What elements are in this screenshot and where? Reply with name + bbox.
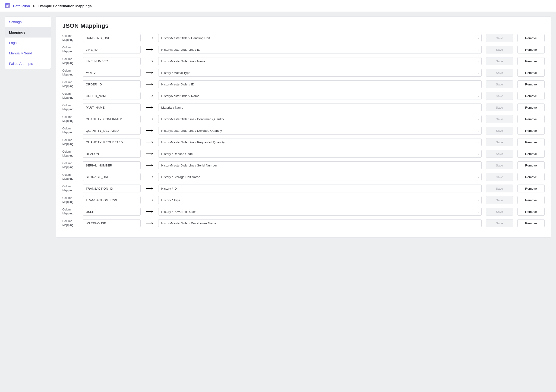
arrow-right-icon: ⟶ — [145, 93, 154, 99]
save-button[interactable]: Save — [486, 57, 513, 65]
save-button[interactable]: Save — [486, 138, 513, 146]
remove-button[interactable]: Remove — [517, 208, 545, 216]
remove-button[interactable]: Remove — [517, 69, 545, 77]
sidebar-item-mappings[interactable]: Mappings — [5, 27, 51, 38]
target-select[interactable]: HistoryMasterOrder / Handling Unit — [158, 34, 482, 42]
column-input[interactable] — [83, 173, 141, 181]
column-input[interactable] — [83, 161, 141, 169]
column-input[interactable] — [83, 138, 141, 146]
remove-button[interactable]: Remove — [517, 34, 545, 42]
target-select[interactable]: Material / Name — [158, 104, 482, 111]
remove-button[interactable]: Remove — [517, 138, 545, 146]
save-button[interactable]: Save — [486, 161, 513, 169]
column-input[interactable] — [83, 127, 141, 135]
target-select-wrap: History / ID⌄ — [158, 185, 482, 192]
target-select[interactable]: HistoryMasterOrder / ID — [158, 80, 482, 88]
save-button[interactable]: Save — [486, 80, 513, 88]
save-button[interactable]: Save — [486, 150, 513, 158]
column-input[interactable] — [83, 80, 141, 88]
row-label: Column Mapping: — [62, 185, 78, 192]
remove-button[interactable]: Remove — [517, 104, 545, 111]
column-input[interactable] — [83, 57, 141, 65]
target-select[interactable]: HistoryMasterOrderLine / Deviated Quanti… — [158, 127, 482, 135]
save-button[interactable]: Save — [486, 115, 513, 123]
column-input[interactable] — [83, 196, 141, 204]
remove-button[interactable]: Remove — [517, 185, 545, 192]
target-select[interactable]: History / Type — [158, 196, 482, 204]
remove-button[interactable]: Remove — [517, 92, 545, 100]
column-input[interactable] — [83, 92, 141, 100]
target-select[interactable]: HistoryMasterOrderLine / Requested Quant… — [158, 138, 482, 146]
remove-button[interactable]: Remove — [517, 46, 545, 53]
breadcrumb-current: Example Confirmation Mappings — [38, 4, 92, 8]
mapping-row: Column Mapping:⟶HistoryMasterOrderLine /… — [62, 161, 545, 169]
save-button[interactable]: Save — [486, 34, 513, 42]
row-label: Column Mapping: — [62, 104, 78, 111]
target-select[interactable]: History / Reason Code — [158, 150, 482, 158]
target-select[interactable]: History / PowerPick User — [158, 208, 482, 216]
remove-button[interactable]: Remove — [517, 80, 545, 88]
column-input[interactable] — [83, 219, 141, 227]
save-button[interactable]: Save — [486, 46, 513, 53]
column-input[interactable] — [83, 69, 141, 77]
sidebar-item-logs[interactable]: Logs — [5, 38, 51, 48]
mapping-row: Column Mapping:⟶Material / Name⌄SaveRemo… — [62, 104, 545, 111]
target-select-wrap: History / PowerPick User⌄ — [158, 208, 482, 216]
arrow-right-icon: ⟶ — [145, 46, 154, 53]
save-button[interactable]: Save — [486, 208, 513, 216]
target-select-wrap: HistoryMasterOrderLine / Serial Number⌄ — [158, 161, 482, 169]
column-input[interactable] — [83, 208, 141, 216]
remove-button[interactable]: Remove — [517, 115, 545, 123]
remove-button[interactable]: Remove — [517, 127, 545, 135]
sidebar-item-manually-send[interactable]: Manually Send — [5, 48, 51, 58]
mapping-row: Column Mapping:⟶History / Type⌄SaveRemov… — [62, 196, 545, 204]
target-select[interactable]: HistoryMasterOrderLine / ID — [158, 46, 482, 53]
target-select[interactable]: HistoryMasterOrder / Name — [158, 92, 482, 100]
row-label: Column Mapping: — [62, 92, 78, 100]
column-input[interactable] — [83, 104, 141, 111]
column-input[interactable] — [83, 46, 141, 53]
target-select[interactable]: HistoryMasterOrderLine / Serial Number — [158, 161, 482, 169]
row-label: Column Mapping: — [62, 34, 78, 42]
target-select[interactable]: History / Motive Type — [158, 69, 482, 77]
save-button[interactable]: Save — [486, 127, 513, 135]
breadcrumb: Data Push > Example Confirmation Mapping… — [13, 4, 92, 8]
sidebar-item-failed-attempts[interactable]: Failed Attempts — [5, 58, 51, 69]
app-icon — [5, 3, 10, 8]
save-button[interactable]: Save — [486, 69, 513, 77]
remove-button[interactable]: Remove — [517, 219, 545, 227]
breadcrumb-separator: > — [33, 4, 35, 8]
target-select[interactable]: HistoryMasterOrder / Warehouse Name — [158, 219, 482, 227]
sidebar-item-settings[interactable]: Settings — [5, 17, 51, 27]
column-input[interactable] — [83, 115, 141, 123]
layout: SettingsMappingsLogsManually SendFailed … — [0, 12, 556, 242]
arrow-right-icon: ⟶ — [145, 151, 154, 157]
svg-rect-3 — [8, 6, 9, 7]
remove-button[interactable]: Remove — [517, 173, 545, 181]
column-input[interactable] — [83, 185, 141, 192]
save-button[interactable]: Save — [486, 185, 513, 192]
column-input[interactable] — [83, 34, 141, 42]
target-select-wrap: Material / Name⌄ — [158, 104, 482, 111]
target-select[interactable]: HistoryMasterOrderLine / Name — [158, 57, 482, 65]
save-button[interactable]: Save — [486, 104, 513, 111]
arrow-right-icon: ⟶ — [145, 58, 154, 64]
remove-button[interactable]: Remove — [517, 150, 545, 158]
remove-button[interactable]: Remove — [517, 161, 545, 169]
target-select[interactable]: HistoryMasterOrderLine / Confirmed Quant… — [158, 115, 482, 123]
mapping-row: Column Mapping:⟶HistoryMasterOrder / ID⌄… — [62, 80, 545, 88]
breadcrumb-root[interactable]: Data Push — [13, 4, 30, 8]
mapping-row: Column Mapping:⟶History / Storage Unit N… — [62, 173, 545, 181]
save-button[interactable]: Save — [486, 92, 513, 100]
save-button[interactable]: Save — [486, 173, 513, 181]
arrow-right-icon: ⟶ — [145, 70, 154, 76]
target-select[interactable]: History / ID — [158, 185, 482, 192]
save-button[interactable]: Save — [486, 196, 513, 204]
target-select[interactable]: History / Storage Unit Name — [158, 173, 482, 181]
save-button[interactable]: Save — [486, 219, 513, 227]
target-select-wrap: HistoryMasterOrderLine / Requested Quant… — [158, 138, 482, 146]
remove-button[interactable]: Remove — [517, 57, 545, 65]
target-select-wrap: HistoryMasterOrder / Warehouse Name⌄ — [158, 219, 482, 227]
remove-button[interactable]: Remove — [517, 196, 545, 204]
column-input[interactable] — [83, 150, 141, 158]
